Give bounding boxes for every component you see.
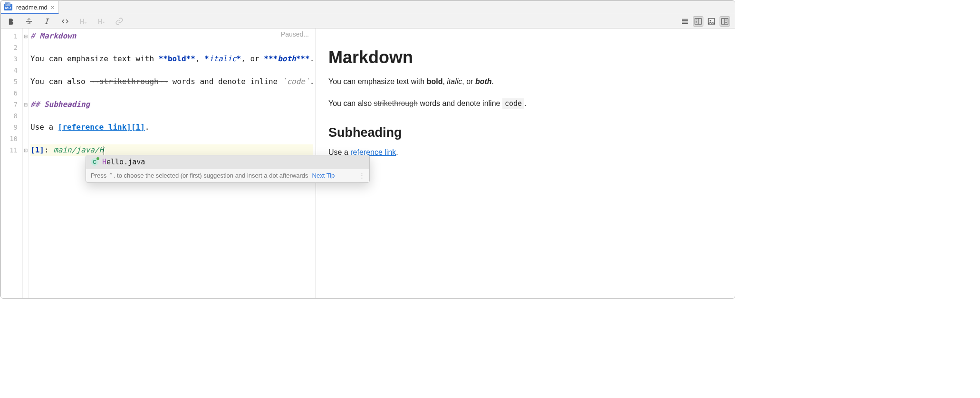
tab-filename: readme.md xyxy=(16,4,48,11)
preview-paragraph: You can also strikethrough words and den… xyxy=(328,98,722,109)
fold-gutter: ⊟⊟⊡ xyxy=(23,28,29,299)
italic-button[interactable] xyxy=(42,16,52,27)
markdown-toolbar xyxy=(1,14,735,28)
tab-bar: MD readme.md × xyxy=(1,1,735,14)
link-button[interactable] xyxy=(114,16,125,27)
completion-hint: Press ⌃. to choose the selected (or firs… xyxy=(91,172,308,179)
source-editor[interactable]: Paused... # Markdown You can emphasize t… xyxy=(29,28,316,299)
completion-item[interactable]: C Hello.java xyxy=(86,155,369,169)
paused-indicator: Paused... xyxy=(281,30,309,38)
preview-h1: Markdown xyxy=(328,47,722,67)
markdown-file-icon: MD xyxy=(4,4,12,10)
code-button[interactable] xyxy=(60,16,70,27)
strikethrough-button[interactable] xyxy=(24,16,34,27)
completion-footer: Press ⌃. to choose the selected (or firs… xyxy=(86,169,369,182)
scroll-sync-button[interactable] xyxy=(720,16,730,27)
markdown-preview: Markdown You can emphasize text with bol… xyxy=(316,28,735,299)
heading-down-button[interactable] xyxy=(78,16,88,27)
bold-button[interactable] xyxy=(6,16,16,27)
line-number-gutter: 1234567891011 xyxy=(1,28,23,299)
editor-split: 1234567891011 ⊟⊟⊡ Paused... # Markdown Y… xyxy=(1,28,735,299)
completion-popup: C Hello.java Press ⌃. to choose the sele… xyxy=(86,155,370,183)
preview-paragraph: Use a reference link. xyxy=(328,147,722,158)
svg-point-2 xyxy=(710,20,711,21)
completion-more-icon[interactable]: ⋮ xyxy=(359,172,365,179)
next-tip-link[interactable]: Next Tip xyxy=(312,172,335,179)
preview-paragraph: You can emphasize text with bold, italic… xyxy=(328,76,722,87)
view-preview-button[interactable] xyxy=(706,16,717,27)
java-class-icon: C xyxy=(91,158,98,166)
heading-up-button[interactable] xyxy=(96,16,106,27)
file-tab[interactable]: MD readme.md × xyxy=(1,1,59,14)
close-tab-icon[interactable]: × xyxy=(50,4,55,11)
view-source-button[interactable] xyxy=(680,16,690,27)
preview-h2: Subheading xyxy=(328,125,722,140)
view-split-button[interactable] xyxy=(693,16,703,27)
